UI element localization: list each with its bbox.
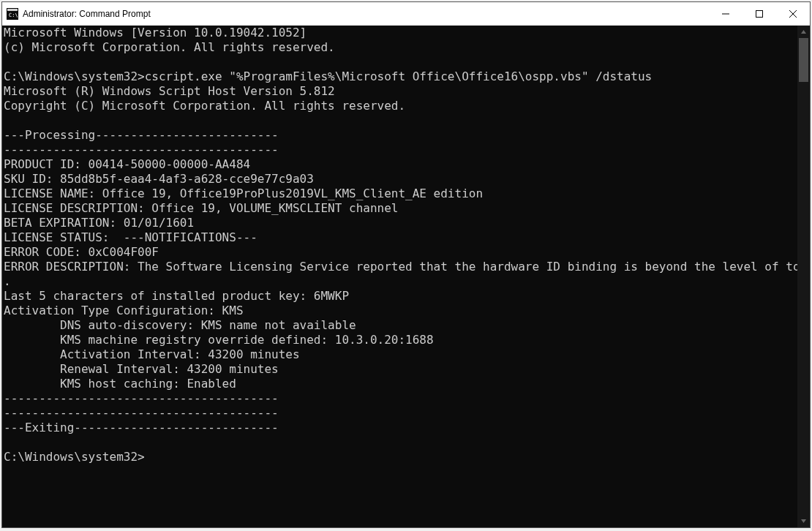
scroll-up-button[interactable] [797, 26, 810, 38]
scroll-thumb[interactable] [799, 38, 808, 82]
command-prompt-window: C:\ Administrator: Command Prompt Micros… [1, 1, 811, 528]
client-area: Microsoft Windows [Version 10.0.19042.10… [2, 26, 810, 527]
window-title: Administrator: Command Prompt [23, 9, 709, 19]
scroll-track[interactable] [797, 38, 810, 515]
minimize-button[interactable] [709, 2, 743, 25]
scroll-down-button[interactable] [797, 515, 810, 527]
close-button[interactable] [776, 2, 810, 25]
command-prompt-icon: C:\ [7, 8, 18, 20]
svg-marker-8 [801, 30, 806, 34]
svg-text:C:\: C:\ [9, 12, 18, 18]
titlebar[interactable]: C:\ Administrator: Command Prompt [2, 2, 810, 26]
window-controls [709, 2, 810, 25]
terminal-output[interactable]: Microsoft Windows [Version 10.0.19042.10… [2, 26, 797, 527]
svg-rect-2 [7, 9, 18, 11]
maximize-button[interactable] [743, 2, 776, 25]
vertical-scrollbar[interactable] [797, 26, 810, 527]
svg-rect-5 [756, 10, 763, 17]
svg-marker-9 [801, 519, 806, 523]
